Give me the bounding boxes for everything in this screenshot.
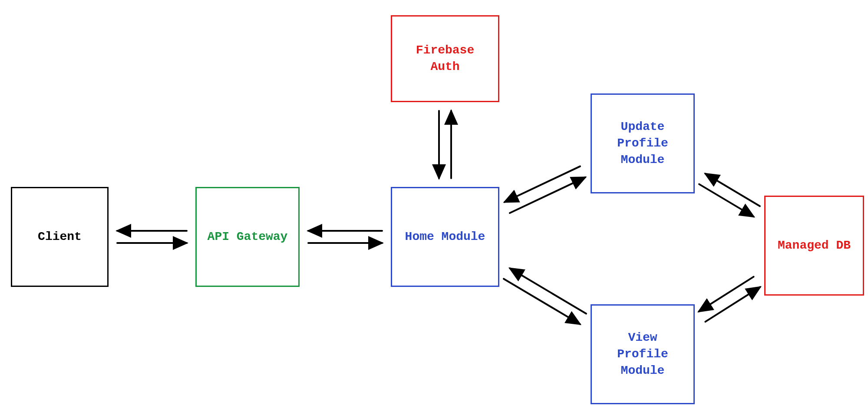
arrow [504, 279, 580, 324]
node-managed-db: Managed DB [764, 196, 864, 296]
arrow [699, 277, 753, 312]
node-home-module: Home Module [391, 187, 499, 287]
node-view-profile: View Profile Module [591, 304, 695, 404]
arrow [699, 184, 754, 217]
node-client-label: Client [38, 229, 82, 245]
node-managed-db-label: Managed DB [778, 237, 851, 254]
arrow [705, 174, 760, 206]
node-firebase-auth-label: Firebase Auth [416, 42, 474, 75]
node-view-profile-label: View Profile Module [617, 329, 668, 379]
arrow [705, 287, 760, 322]
arrow [505, 166, 580, 202]
node-update-profile: Update Profile Module [591, 93, 695, 193]
arrow [510, 177, 585, 213]
node-api-gateway-label: API Gateway [208, 229, 288, 245]
node-firebase-auth: Firebase Auth [391, 15, 499, 102]
node-api-gateway: API Gateway [195, 187, 300, 287]
arrow [510, 268, 586, 313]
node-home-module-label: Home Module [405, 229, 485, 245]
node-update-profile-label: Update Profile Module [617, 119, 668, 168]
node-client: Client [11, 187, 109, 287]
